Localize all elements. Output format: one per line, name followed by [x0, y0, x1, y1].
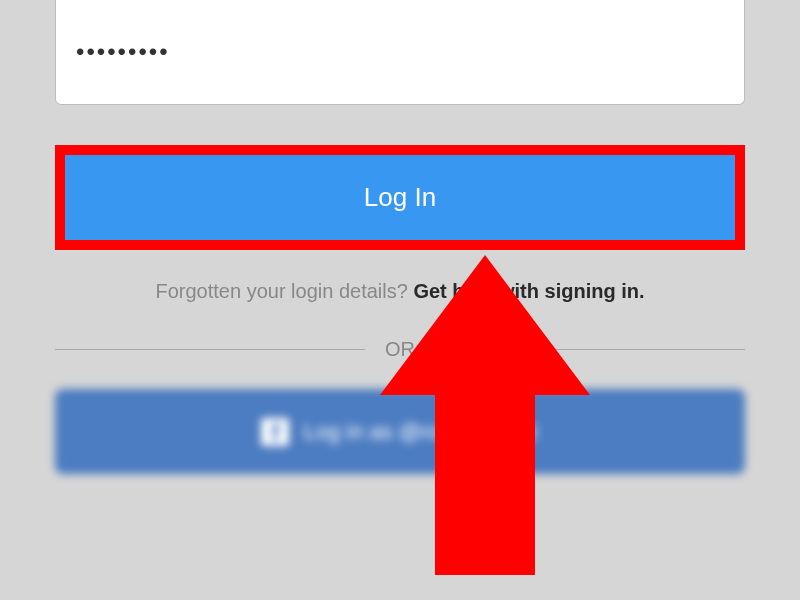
or-divider: OR — [55, 338, 745, 361]
forgot-help-link[interactable]: Get help with signing in. — [413, 280, 644, 302]
forgot-prompt: Forgotten your login details? — [155, 280, 413, 302]
divider-line-left — [55, 349, 365, 350]
login-button-highlight: Log In — [55, 145, 745, 250]
forgot-row: Forgotten your login details? Get help w… — [55, 280, 745, 303]
password-input[interactable]: ••••••••• — [55, 0, 745, 105]
facebook-login-label: Log in as @rockwooddz — [303, 419, 538, 445]
login-button[interactable]: Log In — [65, 155, 735, 240]
facebook-login-button[interactable]: f Log in as @rockwooddz — [55, 389, 745, 474]
facebook-icon: f — [261, 418, 289, 446]
divider-line-right — [435, 349, 745, 350]
divider-label: OR — [365, 338, 435, 361]
password-value: ••••••••• — [76, 38, 170, 66]
login-button-label: Log In — [364, 182, 436, 213]
login-form: ••••••••• Log In Forgotten your login de… — [0, 0, 800, 474]
